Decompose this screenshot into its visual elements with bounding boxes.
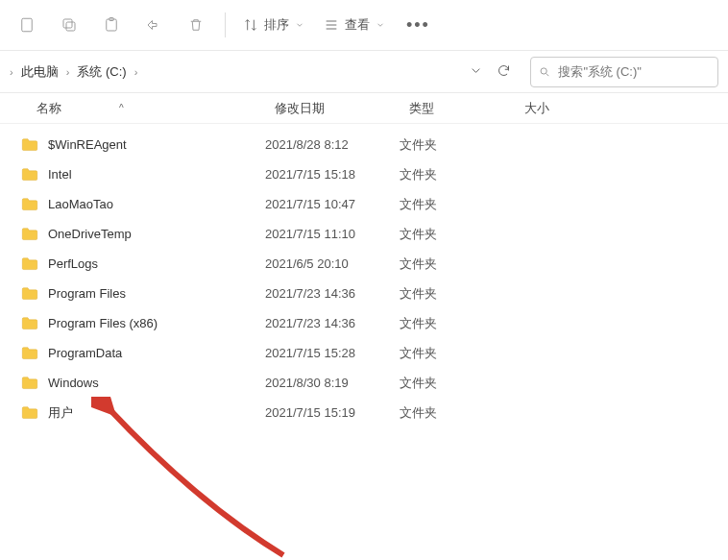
copy-button[interactable] <box>50 6 88 44</box>
cell-name: LaoMaoTao <box>21 197 265 211</box>
folder-icon <box>21 198 38 211</box>
cell-name: OneDriveTemp <box>21 227 265 241</box>
file-name: $WinREAgent <box>48 137 127 152</box>
file-name: Program Files <box>48 286 126 301</box>
table-row[interactable]: LaoMaoTao 2021/7/15 10:47 文件夹 <box>0 189 728 219</box>
cell-name: ProgramData <box>21 346 265 360</box>
share-button[interactable] <box>134 6 173 44</box>
cell-date: 2021/7/15 11:10 <box>265 227 400 241</box>
delete-button[interactable] <box>177 6 215 44</box>
column-size[interactable]: 大小 <box>524 100 601 117</box>
cell-name: Windows <box>21 376 265 390</box>
chevron-down-icon <box>376 20 385 30</box>
column-type[interactable]: 类型 <box>409 100 524 117</box>
svg-rect-1 <box>66 22 75 31</box>
cell-date: 2021/7/15 10:47 <box>265 197 400 211</box>
view-button[interactable]: 查看 <box>316 6 393 44</box>
table-row[interactable]: OneDriveTemp 2021/7/15 11:10 文件夹 <box>0 219 728 249</box>
table-row[interactable]: Intel 2021/7/15 15:18 文件夹 <box>0 159 728 189</box>
folder-icon <box>21 138 38 152</box>
address-actions <box>469 63 519 81</box>
cell-type: 文件夹 <box>400 404 515 422</box>
file-name: Windows <box>48 376 99 390</box>
breadcrumb-this-pc[interactable]: 此电脑› <box>17 63 74 81</box>
toolbar-separator <box>225 12 226 37</box>
history-dropdown[interactable] <box>469 63 483 81</box>
cell-type: 文件夹 <box>400 256 515 273</box>
sort-indicator-icon: ^ <box>119 103 124 113</box>
table-row[interactable]: $WinREAgent 2021/8/28 8:12 文件夹 <box>0 130 728 159</box>
folder-icon <box>21 347 38 360</box>
file-name: Intel <box>48 167 72 182</box>
cell-type: 文件夹 <box>400 196 515 213</box>
table-row[interactable]: PerfLogs 2021/6/5 20:10 文件夹 <box>0 249 728 279</box>
cell-name: Program Files <box>21 286 265 301</box>
new-item-button[interactable] <box>8 6 46 44</box>
cell-date: 2021/7/15 15:19 <box>265 405 400 420</box>
cell-date: 2021/7/23 14:36 <box>265 286 400 301</box>
cell-type: 文件夹 <box>400 226 515 243</box>
table-row[interactable]: Program Files (x86) 2021/7/23 14:36 文件夹 <box>0 308 728 338</box>
chevron-right-icon: › <box>134 66 138 78</box>
column-name[interactable]: 名称 ^ <box>36 100 275 117</box>
sort-button[interactable]: 排序 <box>235 6 312 44</box>
table-row[interactable]: Program Files 2021/7/23 14:36 文件夹 <box>0 279 728 308</box>
file-name: Program Files (x86) <box>48 316 158 330</box>
more-button[interactable]: ••• <box>397 15 440 36</box>
search-icon <box>539 65 550 79</box>
chevron-down-icon <box>295 20 304 30</box>
file-name: LaoMaoTao <box>48 197 113 211</box>
svg-rect-2 <box>63 19 72 28</box>
column-date[interactable]: 修改日期 <box>275 100 409 117</box>
search-input[interactable] <box>558 64 710 79</box>
file-name: PerfLogs <box>48 256 98 271</box>
table-row[interactable]: Windows 2021/8/30 8:19 文件夹 <box>0 368 728 398</box>
breadcrumb-drive-c[interactable]: 系统 (C:)› <box>73 63 141 81</box>
folder-icon <box>21 228 38 241</box>
table-row[interactable]: 用户 2021/7/15 15:19 文件夹 <box>0 398 728 427</box>
cell-name: 用户 <box>21 404 265 422</box>
cell-date: 2021/8/30 8:19 <box>265 376 400 390</box>
file-name: 用户 <box>48 404 73 422</box>
svg-rect-0 <box>22 18 33 32</box>
folder-icon <box>21 168 38 182</box>
view-label: 查看 <box>345 16 370 34</box>
file-name: ProgramData <box>48 346 122 360</box>
breadcrumb-root[interactable]: › <box>6 66 17 78</box>
cell-type: 文件夹 <box>400 375 515 392</box>
paste-button[interactable] <box>92 6 131 44</box>
refresh-button[interactable] <box>497 63 511 81</box>
folder-icon <box>21 287 38 301</box>
cell-date: 2021/7/15 15:18 <box>265 167 400 182</box>
search-box[interactable] <box>530 57 718 87</box>
folder-icon <box>21 317 38 330</box>
cell-type: 文件夹 <box>400 345 515 362</box>
address-row: › 此电脑› 系统 (C:)› <box>0 51 728 93</box>
chevron-right-icon: › <box>10 66 13 78</box>
folder-icon <box>21 377 38 390</box>
chevron-right-icon: › <box>66 66 70 78</box>
cell-name: Intel <box>21 167 265 182</box>
column-headers: 名称 ^ 修改日期 类型 大小 <box>0 93 728 124</box>
cell-name: PerfLogs <box>21 256 265 271</box>
toolbar: 排序 查看 ••• <box>0 0 728 51</box>
cell-date: 2021/6/5 20:10 <box>265 256 400 271</box>
cell-name: Program Files (x86) <box>21 316 265 330</box>
cell-type: 文件夹 <box>400 285 515 303</box>
cell-type: 文件夹 <box>400 315 515 332</box>
address-bar[interactable]: › 此电脑› 系统 (C:)› <box>0 57 457 87</box>
file-list: $WinREAgent 2021/8/28 8:12 文件夹 Intel 202… <box>0 124 728 427</box>
svg-point-5 <box>541 67 546 73</box>
folder-icon <box>21 406 38 420</box>
cell-date: 2021/7/23 14:36 <box>265 316 400 330</box>
cell-date: 2021/7/15 15:28 <box>265 346 400 360</box>
cell-date: 2021/8/28 8:12 <box>265 137 400 152</box>
file-name: OneDriveTemp <box>48 227 132 241</box>
table-row[interactable]: ProgramData 2021/7/15 15:28 文件夹 <box>0 338 728 368</box>
cell-name: $WinREAgent <box>21 137 265 152</box>
folder-icon <box>21 257 38 271</box>
cell-type: 文件夹 <box>400 166 515 183</box>
cell-type: 文件夹 <box>400 136 515 154</box>
sort-label: 排序 <box>264 16 289 34</box>
